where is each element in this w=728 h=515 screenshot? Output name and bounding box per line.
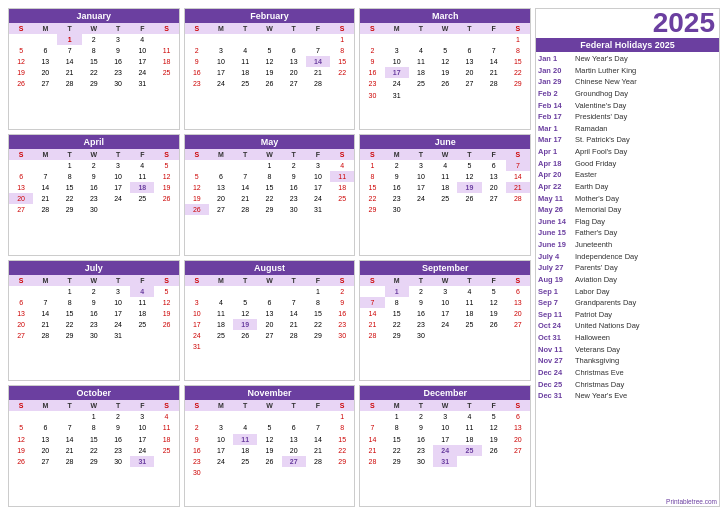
- holiday-item: Feb 2Groundhog Day: [538, 88, 717, 100]
- cal-day: 3: [209, 422, 233, 433]
- cal-day: 24: [106, 319, 130, 330]
- cal-day: 9: [330, 297, 354, 308]
- cal-day: 13: [209, 182, 233, 193]
- holiday-item: Dec 31New Year's Eve: [538, 390, 717, 402]
- cal-day: 17: [409, 182, 433, 193]
- cal-day: 21: [33, 319, 57, 330]
- day-header-s: S: [185, 275, 209, 286]
- cal-day: 16: [106, 434, 130, 445]
- cal-day: [506, 330, 530, 341]
- cal-day: 29: [57, 204, 81, 215]
- cal-day: 26: [257, 78, 281, 89]
- cal-day: 1: [330, 411, 354, 422]
- cal-day: [209, 411, 233, 422]
- cal-day: 17: [433, 308, 457, 319]
- day-header-s: S: [506, 23, 530, 34]
- holiday-item: Apr 22Earth Day: [538, 181, 717, 193]
- cal-day: 30: [282, 204, 306, 215]
- cal-day: 13: [33, 56, 57, 67]
- cal-day: 20: [482, 182, 506, 193]
- cal-day: 23: [330, 319, 354, 330]
- cal-day: 14: [306, 56, 330, 67]
- cal-day: 10: [130, 45, 154, 56]
- cal-day: 26: [154, 193, 178, 204]
- cal-day: 17: [209, 445, 233, 456]
- month-header: February: [185, 9, 355, 23]
- cal-day: 6: [482, 160, 506, 171]
- day-header-t: T: [282, 23, 306, 34]
- day-header-m: M: [385, 400, 409, 411]
- cal-day: 6: [282, 45, 306, 56]
- holiday-item: Oct 31Halloween: [538, 332, 717, 344]
- cal-day: [306, 34, 330, 45]
- cal-day: 16: [409, 308, 433, 319]
- cal-day: 17: [185, 319, 209, 330]
- cal-day: [209, 467, 233, 478]
- cal-day: 16: [185, 67, 209, 78]
- cal-day: 6: [9, 297, 33, 308]
- cal-day: 3: [130, 411, 154, 422]
- month-cal-november: NovemberSMTWTFS1234567891011121314151617…: [184, 385, 356, 507]
- cal-day: 24: [130, 445, 154, 456]
- cal-day: 5: [482, 286, 506, 297]
- cal-day: 3: [433, 286, 457, 297]
- holiday-item: June 19Juneteenth: [538, 239, 717, 251]
- cal-day: 15: [330, 434, 354, 445]
- year-title: 2025: [536, 9, 719, 37]
- cal-day: 20: [282, 67, 306, 78]
- cal-day: 22: [257, 193, 281, 204]
- cal-day: 19: [257, 67, 281, 78]
- cal-day: 9: [185, 434, 209, 445]
- cal-day: [9, 34, 33, 45]
- holiday-name: Grandparents Day: [575, 297, 636, 309]
- month-cal-february: FebruarySMTWTFS1234567891011121314151617…: [184, 8, 356, 130]
- cal-day: 26: [185, 204, 209, 215]
- holiday-item: Feb 17Presidents' Day: [538, 111, 717, 123]
- cal-day: 17: [130, 56, 154, 67]
- day-header-s: S: [9, 275, 33, 286]
- cal-day: 17: [209, 67, 233, 78]
- cal-day: 24: [433, 319, 457, 330]
- cal-day: [506, 90, 530, 101]
- cal-day: 28: [57, 78, 81, 89]
- cal-day: 8: [330, 422, 354, 433]
- holiday-item: Apr 20Easter: [538, 169, 717, 181]
- cal-day: 19: [9, 445, 33, 456]
- month-cal-october: OctoberSMTWTFS12345678910111213141516171…: [8, 385, 180, 507]
- day-header-s: S: [360, 275, 384, 286]
- day-header-w: W: [257, 275, 281, 286]
- cal-day: 24: [409, 193, 433, 204]
- cal-day: 16: [82, 308, 106, 319]
- cal-day: 21: [506, 182, 530, 193]
- cal-day: 5: [457, 160, 481, 171]
- cal-day: 13: [457, 56, 481, 67]
- cal-day: 18: [130, 182, 154, 193]
- holiday-date: June 14: [538, 216, 573, 228]
- day-header-t: T: [233, 275, 257, 286]
- day-header-w: W: [82, 23, 106, 34]
- cal-day: [209, 341, 233, 352]
- cal-day: 27: [282, 456, 306, 467]
- cal-day: 16: [82, 182, 106, 193]
- cal-day: 30: [409, 456, 433, 467]
- cal-day: 27: [506, 319, 530, 330]
- cal-day: 22: [306, 319, 330, 330]
- cal-day: 17: [433, 434, 457, 445]
- day-header-m: M: [209, 149, 233, 160]
- cal-day: 7: [360, 422, 384, 433]
- cal-day: 1: [306, 286, 330, 297]
- cal-day: 8: [82, 422, 106, 433]
- cal-day: 20: [9, 319, 33, 330]
- holiday-item: Oct 24United Nations Day: [538, 320, 717, 332]
- cal-day: [306, 341, 330, 352]
- cal-day: 3: [185, 297, 209, 308]
- calendars-section: JanuarySMTWTFS12345678910111213141516171…: [8, 8, 531, 507]
- holiday-date: Jan 29: [538, 76, 573, 88]
- day-header-f: F: [482, 149, 506, 160]
- day-header-w: W: [433, 275, 457, 286]
- day-header-s: S: [185, 400, 209, 411]
- month-cal-july: JulySMTWTFS12345678910111213141516171819…: [8, 260, 180, 382]
- cal-day: 28: [33, 204, 57, 215]
- cal-day: 30: [409, 330, 433, 341]
- cal-day: 6: [257, 297, 281, 308]
